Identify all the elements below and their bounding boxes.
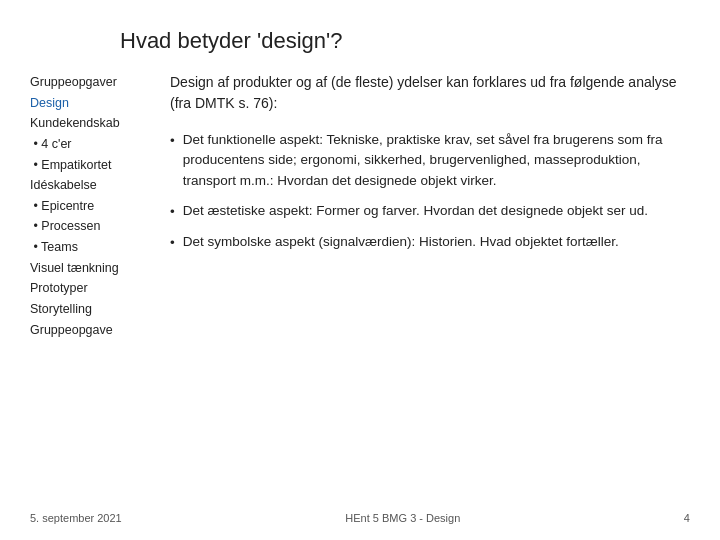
content-area: Gruppeopgaver Design Kundekendskab • 4 c… bbox=[0, 72, 720, 340]
title-area: Hvad betyder 'design'? bbox=[0, 0, 720, 72]
right-column: Design af produkter og af (de fleste) yd… bbox=[160, 72, 690, 340]
left-item-visuel: Visuel tænkning bbox=[30, 258, 150, 279]
bullet-item-symbolic: Det symbolske aspekt (signalværdien): Hi… bbox=[170, 232, 690, 253]
left-item-ideskabelse: Idéskabelse bbox=[30, 175, 150, 196]
left-column: Gruppeopgaver Design Kundekendskab • 4 c… bbox=[30, 72, 160, 340]
footer-page: 4 bbox=[684, 512, 690, 524]
left-item-storytelling: Storytelling bbox=[30, 299, 150, 320]
bullet-item-functional: Det funktionelle aspekt: Tekniske, prakt… bbox=[170, 130, 690, 191]
left-item-kundekendskab: Kundekendskab bbox=[30, 113, 150, 134]
slide: Hvad betyder 'design'? Gruppeopgaver Des… bbox=[0, 0, 720, 540]
left-item-teams: • Teams bbox=[30, 237, 150, 258]
left-item-epicentre: • Epicentre bbox=[30, 196, 150, 217]
footer-center: HEnt 5 BMG 3 - Design bbox=[345, 512, 460, 524]
slide-title: Hvad betyder 'design'? bbox=[120, 28, 600, 54]
footer: 5. september 2021 HEnt 5 BMG 3 - Design … bbox=[0, 512, 720, 524]
left-item-empatikortet: • Empatikortet bbox=[30, 155, 150, 176]
left-item-4cer: • 4 c'er bbox=[30, 134, 150, 155]
left-item-processen: • Processen bbox=[30, 216, 150, 237]
bullet-item-aesthetic: Det æstetiske aspekt: Former og farver. … bbox=[170, 201, 690, 222]
intro-text: Design af produkter og af (de fleste) yd… bbox=[170, 72, 690, 114]
left-item-gruppeopgaver: Gruppeopgaver bbox=[30, 72, 150, 93]
bullet-list: Det funktionelle aspekt: Tekniske, prakt… bbox=[170, 130, 690, 253]
left-item-prototyper: Prototyper bbox=[30, 278, 150, 299]
left-item-gruppeopgave: Gruppeopgave bbox=[30, 320, 150, 341]
footer-date: 5. september 2021 bbox=[30, 512, 122, 524]
left-item-design: Design bbox=[30, 93, 150, 114]
